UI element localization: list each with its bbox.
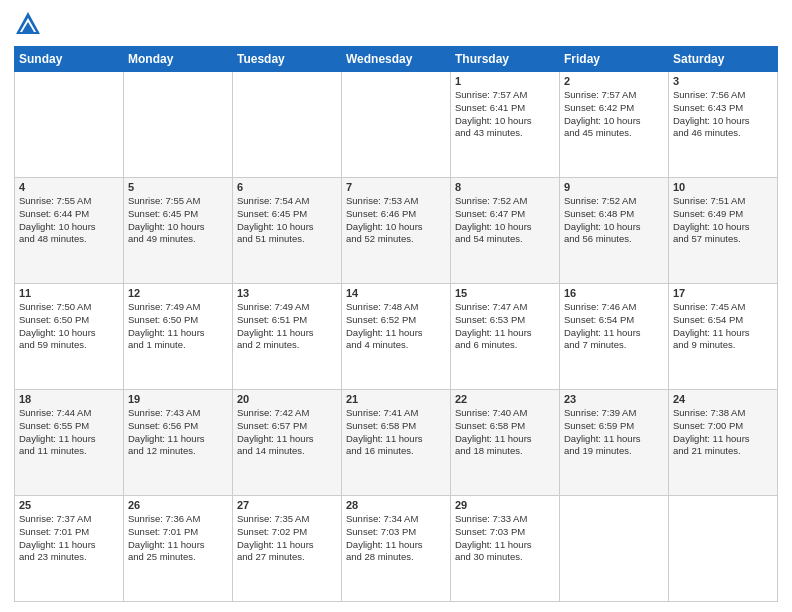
calendar-cell: 23Sunrise: 7:39 AM Sunset: 6:59 PM Dayli… <box>560 390 669 496</box>
day-info: Sunrise: 7:36 AM Sunset: 7:01 PM Dayligh… <box>128 513 228 564</box>
calendar-cell <box>669 496 778 602</box>
calendar-cell: 14Sunrise: 7:48 AM Sunset: 6:52 PM Dayli… <box>342 284 451 390</box>
calendar-cell: 16Sunrise: 7:46 AM Sunset: 6:54 PM Dayli… <box>560 284 669 390</box>
day-info: Sunrise: 7:51 AM Sunset: 6:49 PM Dayligh… <box>673 195 773 246</box>
weekday-header-wednesday: Wednesday <box>342 47 451 72</box>
day-number: 7 <box>346 181 446 193</box>
day-number: 26 <box>128 499 228 511</box>
day-info: Sunrise: 7:48 AM Sunset: 6:52 PM Dayligh… <box>346 301 446 352</box>
day-info: Sunrise: 7:35 AM Sunset: 7:02 PM Dayligh… <box>237 513 337 564</box>
day-info: Sunrise: 7:39 AM Sunset: 6:59 PM Dayligh… <box>564 407 664 458</box>
day-info: Sunrise: 7:53 AM Sunset: 6:46 PM Dayligh… <box>346 195 446 246</box>
calendar-cell: 13Sunrise: 7:49 AM Sunset: 6:51 PM Dayli… <box>233 284 342 390</box>
day-info: Sunrise: 7:41 AM Sunset: 6:58 PM Dayligh… <box>346 407 446 458</box>
day-number: 29 <box>455 499 555 511</box>
calendar-cell: 18Sunrise: 7:44 AM Sunset: 6:55 PM Dayli… <box>15 390 124 496</box>
calendar-cell: 8Sunrise: 7:52 AM Sunset: 6:47 PM Daylig… <box>451 178 560 284</box>
calendar-cell: 17Sunrise: 7:45 AM Sunset: 6:54 PM Dayli… <box>669 284 778 390</box>
day-info: Sunrise: 7:54 AM Sunset: 6:45 PM Dayligh… <box>237 195 337 246</box>
calendar-cell: 26Sunrise: 7:36 AM Sunset: 7:01 PM Dayli… <box>124 496 233 602</box>
weekday-header-monday: Monday <box>124 47 233 72</box>
calendar-cell: 5Sunrise: 7:55 AM Sunset: 6:45 PM Daylig… <box>124 178 233 284</box>
calendar-week-2: 4Sunrise: 7:55 AM Sunset: 6:44 PM Daylig… <box>15 178 778 284</box>
header <box>14 10 778 38</box>
calendar-table: SundayMondayTuesdayWednesdayThursdayFrid… <box>14 46 778 602</box>
day-number: 18 <box>19 393 119 405</box>
calendar-week-5: 25Sunrise: 7:37 AM Sunset: 7:01 PM Dayli… <box>15 496 778 602</box>
calendar-cell: 11Sunrise: 7:50 AM Sunset: 6:50 PM Dayli… <box>15 284 124 390</box>
day-number: 3 <box>673 75 773 87</box>
day-info: Sunrise: 7:33 AM Sunset: 7:03 PM Dayligh… <box>455 513 555 564</box>
calendar-cell <box>124 72 233 178</box>
day-number: 23 <box>564 393 664 405</box>
day-number: 19 <box>128 393 228 405</box>
day-number: 12 <box>128 287 228 299</box>
day-info: Sunrise: 7:49 AM Sunset: 6:51 PM Dayligh… <box>237 301 337 352</box>
calendar-cell <box>233 72 342 178</box>
calendar-cell: 15Sunrise: 7:47 AM Sunset: 6:53 PM Dayli… <box>451 284 560 390</box>
day-info: Sunrise: 7:52 AM Sunset: 6:48 PM Dayligh… <box>564 195 664 246</box>
day-number: 25 <box>19 499 119 511</box>
day-info: Sunrise: 7:47 AM Sunset: 6:53 PM Dayligh… <box>455 301 555 352</box>
calendar-cell: 25Sunrise: 7:37 AM Sunset: 7:01 PM Dayli… <box>15 496 124 602</box>
day-number: 2 <box>564 75 664 87</box>
day-number: 15 <box>455 287 555 299</box>
day-number: 22 <box>455 393 555 405</box>
day-number: 4 <box>19 181 119 193</box>
calendar-cell <box>15 72 124 178</box>
day-number: 17 <box>673 287 773 299</box>
day-info: Sunrise: 7:56 AM Sunset: 6:43 PM Dayligh… <box>673 89 773 140</box>
calendar-body: 1Sunrise: 7:57 AM Sunset: 6:41 PM Daylig… <box>15 72 778 602</box>
calendar-cell: 24Sunrise: 7:38 AM Sunset: 7:00 PM Dayli… <box>669 390 778 496</box>
calendar-cell: 19Sunrise: 7:43 AM Sunset: 6:56 PM Dayli… <box>124 390 233 496</box>
day-info: Sunrise: 7:40 AM Sunset: 6:58 PM Dayligh… <box>455 407 555 458</box>
day-number: 1 <box>455 75 555 87</box>
calendar-cell: 28Sunrise: 7:34 AM Sunset: 7:03 PM Dayli… <box>342 496 451 602</box>
calendar-cell: 27Sunrise: 7:35 AM Sunset: 7:02 PM Dayli… <box>233 496 342 602</box>
day-number: 14 <box>346 287 446 299</box>
calendar-cell: 7Sunrise: 7:53 AM Sunset: 6:46 PM Daylig… <box>342 178 451 284</box>
calendar-cell: 12Sunrise: 7:49 AM Sunset: 6:50 PM Dayli… <box>124 284 233 390</box>
calendar-cell: 6Sunrise: 7:54 AM Sunset: 6:45 PM Daylig… <box>233 178 342 284</box>
day-info: Sunrise: 7:52 AM Sunset: 6:47 PM Dayligh… <box>455 195 555 246</box>
day-info: Sunrise: 7:38 AM Sunset: 7:00 PM Dayligh… <box>673 407 773 458</box>
logo <box>14 10 46 38</box>
day-number: 13 <box>237 287 337 299</box>
weekday-header-thursday: Thursday <box>451 47 560 72</box>
page: SundayMondayTuesdayWednesdayThursdayFrid… <box>0 0 792 612</box>
calendar-cell: 3Sunrise: 7:56 AM Sunset: 6:43 PM Daylig… <box>669 72 778 178</box>
calendar-cell: 2Sunrise: 7:57 AM Sunset: 6:42 PM Daylig… <box>560 72 669 178</box>
day-info: Sunrise: 7:55 AM Sunset: 6:45 PM Dayligh… <box>128 195 228 246</box>
calendar-cell: 9Sunrise: 7:52 AM Sunset: 6:48 PM Daylig… <box>560 178 669 284</box>
day-number: 16 <box>564 287 664 299</box>
day-number: 9 <box>564 181 664 193</box>
calendar-cell: 22Sunrise: 7:40 AM Sunset: 6:58 PM Dayli… <box>451 390 560 496</box>
day-info: Sunrise: 7:43 AM Sunset: 6:56 PM Dayligh… <box>128 407 228 458</box>
day-number: 28 <box>346 499 446 511</box>
day-info: Sunrise: 7:46 AM Sunset: 6:54 PM Dayligh… <box>564 301 664 352</box>
day-number: 10 <box>673 181 773 193</box>
day-number: 24 <box>673 393 773 405</box>
logo-icon <box>14 10 42 38</box>
day-info: Sunrise: 7:57 AM Sunset: 6:42 PM Dayligh… <box>564 89 664 140</box>
weekday-header-saturday: Saturday <box>669 47 778 72</box>
weekday-header-friday: Friday <box>560 47 669 72</box>
day-number: 5 <box>128 181 228 193</box>
calendar-cell <box>342 72 451 178</box>
day-number: 27 <box>237 499 337 511</box>
day-info: Sunrise: 7:44 AM Sunset: 6:55 PM Dayligh… <box>19 407 119 458</box>
calendar-cell: 20Sunrise: 7:42 AM Sunset: 6:57 PM Dayli… <box>233 390 342 496</box>
day-info: Sunrise: 7:45 AM Sunset: 6:54 PM Dayligh… <box>673 301 773 352</box>
day-info: Sunrise: 7:49 AM Sunset: 6:50 PM Dayligh… <box>128 301 228 352</box>
day-info: Sunrise: 7:57 AM Sunset: 6:41 PM Dayligh… <box>455 89 555 140</box>
calendar-cell: 1Sunrise: 7:57 AM Sunset: 6:41 PM Daylig… <box>451 72 560 178</box>
calendar-week-1: 1Sunrise: 7:57 AM Sunset: 6:41 PM Daylig… <box>15 72 778 178</box>
day-number: 21 <box>346 393 446 405</box>
day-info: Sunrise: 7:55 AM Sunset: 6:44 PM Dayligh… <box>19 195 119 246</box>
day-info: Sunrise: 7:37 AM Sunset: 7:01 PM Dayligh… <box>19 513 119 564</box>
calendar-cell: 29Sunrise: 7:33 AM Sunset: 7:03 PM Dayli… <box>451 496 560 602</box>
calendar-cell: 21Sunrise: 7:41 AM Sunset: 6:58 PM Dayli… <box>342 390 451 496</box>
calendar-week-3: 11Sunrise: 7:50 AM Sunset: 6:50 PM Dayli… <box>15 284 778 390</box>
calendar-cell: 4Sunrise: 7:55 AM Sunset: 6:44 PM Daylig… <box>15 178 124 284</box>
calendar-week-4: 18Sunrise: 7:44 AM Sunset: 6:55 PM Dayli… <box>15 390 778 496</box>
